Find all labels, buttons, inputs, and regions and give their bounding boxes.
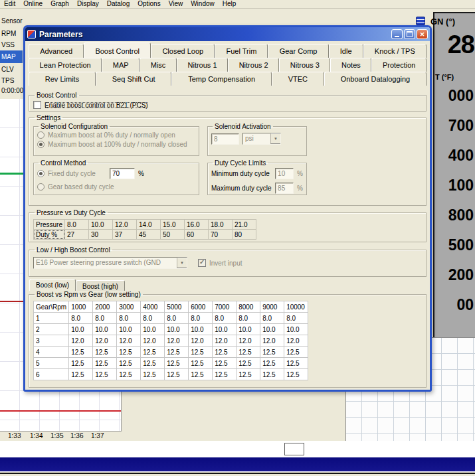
- boost-value-cell[interactable]: 8.0: [189, 313, 213, 324]
- tab-boost-control[interactable]: Boost Control: [84, 42, 151, 58]
- max-duty-input[interactable]: [275, 183, 294, 194]
- pressure-cell[interactable]: 15.0: [161, 220, 185, 230]
- tab-notes[interactable]: Notes: [330, 58, 371, 72]
- duty-cell[interactable]: 27: [65, 230, 89, 240]
- close-button[interactable]: [417, 29, 428, 39]
- tab-misc[interactable]: Misc: [140, 58, 177, 72]
- enable-boost-checkbox[interactable]: [33, 101, 41, 109]
- sensor-label-sensor[interactable]: Sensor: [0, 16, 23, 27]
- boost-value-cell[interactable]: 12.5: [189, 369, 213, 380]
- boost-value-cell[interactable]: 8.0: [165, 313, 189, 324]
- boost-value-cell[interactable]: 12.5: [213, 358, 237, 369]
- boost-value-cell[interactable]: 8.0: [69, 313, 93, 324]
- fixed-duty-input[interactable]: [110, 168, 135, 179]
- tab-map[interactable]: MAP: [102, 58, 140, 72]
- boost-value-cell[interactable]: 12.5: [189, 358, 213, 369]
- tab-fuel-trim[interactable]: Fuel Trim: [215, 44, 268, 58]
- tab-temp-compensation[interactable]: Temp Compensation: [171, 72, 272, 86]
- tab-nitrous-1[interactable]: Nitrous 1: [177, 58, 228, 72]
- fixed-duty-radio[interactable]: [37, 170, 45, 177]
- boost-value-cell[interactable]: 12.5: [93, 358, 117, 369]
- gear-duty-radio[interactable]: [37, 183, 45, 191]
- boost-value-cell[interactable]: 12.5: [284, 358, 308, 369]
- menu-item-edit[interactable]: Edit: [0, 0, 19, 7]
- pressure-cell[interactable]: 8.0: [65, 220, 89, 230]
- low-high-input-select[interactable]: E16 Power steering pressure switch (GND: [33, 257, 187, 269]
- background-window-titlebar[interactable]: [0, 457, 475, 472]
- boost-value-cell[interactable]: 10.0: [165, 324, 189, 335]
- duty-cell[interactable]: 30: [89, 230, 113, 240]
- boost-value-cell[interactable]: 12.5: [93, 347, 117, 358]
- menu-item-view[interactable]: View: [165, 0, 187, 7]
- maximize-button[interactable]: [404, 29, 415, 39]
- boost-value-cell[interactable]: 12.0: [93, 335, 117, 347]
- boost-value-cell[interactable]: 12.5: [117, 347, 141, 358]
- boost-value-cell[interactable]: 12.5: [284, 347, 308, 358]
- boost-value-cell[interactable]: 12.5: [165, 347, 189, 358]
- boost-value-cell[interactable]: 12.5: [93, 369, 117, 380]
- subtab-boost-high[interactable]: Boost (high): [76, 280, 125, 291]
- boost-value-cell[interactable]: 12.5: [141, 369, 165, 380]
- boost-value-cell[interactable]: 12.5: [213, 347, 237, 358]
- boost-value-cell[interactable]: 8.0: [284, 313, 308, 324]
- tab-knock-tps[interactable]: Knock / TPS: [363, 44, 427, 58]
- sensor-label-rpm[interactable]: RPM: [0, 29, 23, 39]
- boost-value-cell[interactable]: 12.0: [284, 335, 308, 347]
- boost-value-cell[interactable]: 12.0: [260, 335, 284, 347]
- tab-nitrous-2[interactable]: Nitrous 2: [228, 58, 279, 72]
- boost-value-cell[interactable]: 12.0: [69, 335, 93, 347]
- pressure-cell[interactable]: 18.0: [209, 220, 233, 230]
- boost-value-cell[interactable]: 12.5: [117, 369, 141, 380]
- duty-cell[interactable]: 60: [185, 230, 209, 240]
- tab-onboard-datalogging[interactable]: Onboard Datalogging: [324, 72, 427, 86]
- boost-value-cell[interactable]: 8.0: [141, 313, 165, 324]
- boost-value-cell[interactable]: 10.0: [260, 324, 284, 335]
- boost-value-cell[interactable]: 10.0: [237, 324, 260, 335]
- solenoid-closed-radio[interactable]: [37, 141, 45, 148]
- tab-vtec[interactable]: VTEC: [272, 72, 324, 86]
- boost-value-cell[interactable]: 12.5: [165, 358, 189, 369]
- menu-item-options[interactable]: Options: [134, 0, 164, 7]
- boost-value-cell[interactable]: 10.0: [189, 324, 213, 335]
- boost-value-cell[interactable]: 12.5: [69, 369, 93, 380]
- boost-value-cell[interactable]: 12.0: [165, 335, 189, 347]
- boost-value-cell[interactable]: 8.0: [237, 313, 260, 324]
- tab-closed-loop[interactable]: Closed Loop: [151, 44, 215, 58]
- tab-gear-comp[interactable]: Gear Comp: [268, 44, 328, 58]
- pressure-cell[interactable]: 14.0: [137, 220, 161, 230]
- enable-boost-label[interactable]: Enable boost control on B21 (PCS): [45, 102, 148, 109]
- menu-item-online[interactable]: Online: [19, 0, 47, 7]
- boost-value-cell[interactable]: 12.5: [141, 358, 165, 369]
- duty-cell[interactable]: 50: [161, 230, 185, 240]
- boost-value-cell[interactable]: 8.0: [93, 313, 117, 324]
- min-duty-input[interactable]: [275, 168, 294, 179]
- boost-value-cell[interactable]: 12.0: [237, 335, 260, 347]
- tab-advanced[interactable]: Advanced: [29, 44, 84, 58]
- boost-value-cell[interactable]: 12.0: [189, 335, 213, 347]
- subtab-boost-low[interactable]: Boost (low): [29, 279, 76, 291]
- activation-unit-select[interactable]: psi: [242, 133, 281, 145]
- sensor-label-clv[interactable]: CLV: [0, 64, 23, 75]
- boost-value-cell[interactable]: 10.0: [141, 324, 165, 335]
- activation-pressure-input[interactable]: [211, 133, 239, 145]
- sensor-label-map[interactable]: MAP: [0, 50, 23, 63]
- tab-lean-protection[interactable]: Lean Protection: [29, 58, 102, 72]
- boost-value-cell[interactable]: 12.5: [69, 358, 93, 369]
- pressure-cell[interactable]: 10.0: [89, 220, 113, 230]
- boost-value-cell[interactable]: 8.0: [260, 313, 284, 324]
- menu-item-graph[interactable]: Graph: [47, 0, 73, 7]
- boost-value-cell[interactable]: 10.0: [117, 324, 141, 335]
- duty-cell[interactable]: 37: [113, 230, 137, 240]
- tab-idle[interactable]: Idle: [329, 44, 363, 58]
- boost-value-cell[interactable]: 10.0: [284, 324, 308, 335]
- pressure-cell[interactable]: 12.0: [113, 220, 137, 230]
- boost-value-cell[interactable]: 12.5: [141, 347, 165, 358]
- boost-value-cell[interactable]: 8.0: [213, 313, 237, 324]
- minimize-button[interactable]: [391, 29, 403, 39]
- duty-cell[interactable]: 45: [137, 230, 161, 240]
- tab-rev-limits[interactable]: Rev Limits: [29, 72, 96, 86]
- boost-value-cell[interactable]: 12.0: [117, 335, 141, 347]
- boost-value-cell[interactable]: 10.0: [93, 324, 117, 335]
- mini-panel-button[interactable]: [284, 443, 304, 455]
- boost-value-cell[interactable]: 10.0: [69, 324, 93, 335]
